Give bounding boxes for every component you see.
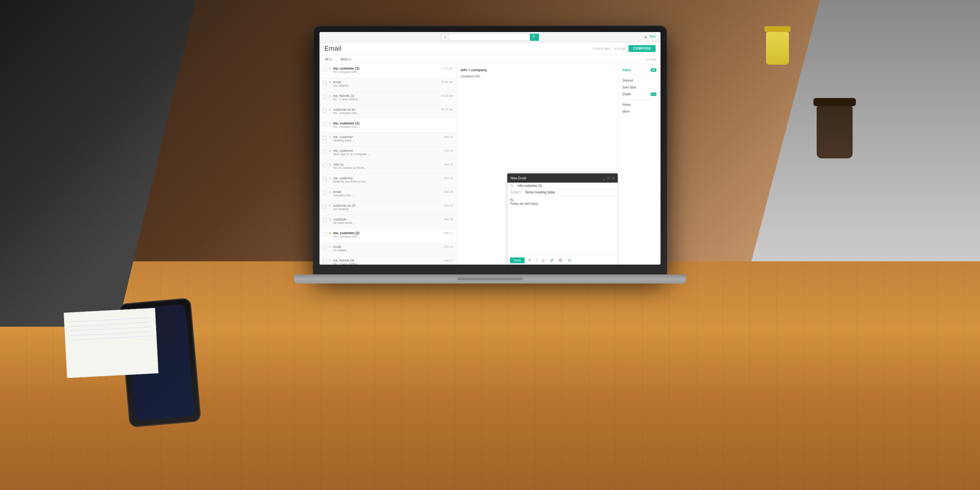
email-star[interactable]: ★ bbox=[329, 149, 332, 153]
email-item[interactable]: ★ customer we want some ... Sep 15 bbox=[320, 215, 457, 229]
email-checkbox[interactable] bbox=[323, 163, 327, 167]
compose-body-line2: Today we will have) bbox=[510, 202, 615, 205]
compose-to-label: To : bbox=[510, 184, 515, 188]
filter-all[interactable]: All ∨ bbox=[323, 57, 334, 62]
compose-close-btn[interactable]: × bbox=[612, 176, 614, 180]
email-checkbox[interactable] bbox=[323, 95, 327, 99]
email-checkbox[interactable] bbox=[323, 150, 327, 154]
email-checkbox[interactable] bbox=[323, 191, 327, 195]
email-star[interactable]: ★ bbox=[329, 231, 332, 235]
compose-bold-btn[interactable]: B bbox=[527, 258, 532, 262]
email-checkbox[interactable] bbox=[323, 177, 327, 181]
email-star[interactable]: ★ bbox=[329, 163, 332, 166]
email-star[interactable]: ★ bbox=[329, 259, 332, 262]
email-date: Sep 22 bbox=[444, 163, 453, 166]
sidebar-divider bbox=[618, 99, 660, 100]
coffee-body bbox=[817, 106, 853, 158]
top-bar-menu: ≡ Mail bbox=[644, 35, 655, 40]
sidebar-item-sent-mail[interactable]: Sent Mail bbox=[618, 84, 660, 91]
email-checkbox[interactable] bbox=[323, 136, 327, 140]
sidebar-item-inbox[interactable]: Inbox 69 bbox=[618, 67, 660, 73]
email-subject-preview: company info ... bbox=[333, 194, 442, 197]
email-star[interactable]: ★ bbox=[329, 218, 332, 221]
sidebar-item-starred[interactable]: Starred bbox=[618, 77, 660, 84]
email-checkbox[interactable] bbox=[323, 67, 327, 71]
email-item[interactable]: ★ me, customer (1) Re : company info ... bbox=[320, 119, 457, 133]
email-date: 10:20 am bbox=[441, 94, 453, 97]
sidebar-item-notes[interactable]: Notes bbox=[618, 101, 660, 108]
email-item[interactable]: ★ me, customer What do you think so far?… bbox=[320, 174, 457, 188]
email-star[interactable]: ★ bbox=[329, 135, 332, 139]
email-title: Email bbox=[325, 45, 342, 52]
email-star[interactable]: ★ bbox=[329, 177, 332, 180]
email-subject-preview: Re : company info ... bbox=[333, 125, 452, 128]
email-checkbox[interactable] bbox=[323, 81, 327, 85]
email-date: 5:12 pm bbox=[442, 67, 453, 70]
email-checkbox[interactable] bbox=[323, 122, 327, 126]
sidebar-item-more[interactable]: More bbox=[618, 108, 660, 115]
search-bar-wrapper: ∨ 🔍 bbox=[441, 33, 539, 41]
email-star[interactable]: ★ bbox=[329, 245, 332, 248]
email-checkbox[interactable] bbox=[323, 259, 327, 263]
email-star[interactable]: ★ bbox=[329, 121, 332, 125]
email-item[interactable]: ★ me, customer New Sign-in on Computer .… bbox=[320, 146, 457, 160]
email-content: me, customer (2) Re : company info ... bbox=[333, 231, 442, 238]
email-count: 1-100 of 346 < bbox=[593, 47, 611, 50]
email-item[interactable]: ★ customer.no.10 (no subject) Sep 18 bbox=[320, 201, 457, 215]
compose-link-btn[interactable]: 🔗 bbox=[549, 258, 555, 262]
compose-subject-value[interactable]: Some meeting today bbox=[525, 191, 555, 194]
email-star[interactable]: ★ bbox=[329, 67, 332, 70]
email-subject-preview: Meeting today ... bbox=[333, 139, 442, 142]
email-date: Sep 18 bbox=[444, 204, 453, 207]
email-item[interactable]: ★ me, customer (1) Re : company info _ 5… bbox=[320, 64, 457, 78]
email-star[interactable]: ★ bbox=[329, 94, 332, 98]
email-list-container: ★ me, customer (1) Re : company info _ 5… bbox=[320, 64, 457, 265]
email-item[interactable]: ★ email no subject ... Sep 11 bbox=[320, 242, 457, 256]
compose-expand-btn[interactable]: □ bbox=[608, 176, 610, 180]
compose-body[interactable]: Hi, Today we will have) bbox=[508, 196, 618, 255]
email-content: me, customer What do you think so far?..… bbox=[333, 177, 442, 183]
email-date: Sep 18 bbox=[444, 190, 453, 193]
email-from: me, customer (1) bbox=[333, 121, 452, 125]
sidebar-items-container: Inbox 69 Starred Sent Mail Drafts 10 Not… bbox=[618, 67, 660, 115]
email-from: me, customer bbox=[333, 149, 442, 153]
email-item[interactable]: ★ customer.so.let Re : company info ... … bbox=[320, 105, 457, 119]
email-item[interactable]: ★ me, friends (4) Re : 2 new notifica...… bbox=[320, 256, 457, 265]
email-star[interactable]: ★ bbox=[329, 190, 332, 194]
email-item[interactable]: ★ me, customer Meeting today ... Sep 22 bbox=[320, 133, 457, 146]
compose-italic-btn[interactable]: I bbox=[535, 258, 538, 262]
email-item[interactable]: ★ Join us On 23 October at 09:00... Sep … bbox=[320, 160, 457, 174]
email-checkbox[interactable] bbox=[323, 108, 327, 112]
email-subject-preview: What do you think so far?... bbox=[333, 180, 442, 183]
email-item[interactable]: ★ me, customer (2) Re : company info ...… bbox=[320, 229, 457, 242]
search-button[interactable]: 🔍 bbox=[530, 33, 539, 41]
hamburger-icon[interactable]: ≡ bbox=[644, 35, 647, 40]
email-date: 10:41 am bbox=[441, 80, 453, 84]
sidebar-item-drafts[interactable]: Drafts 10 bbox=[618, 91, 660, 98]
email-checkbox[interactable] bbox=[323, 205, 327, 208]
email-star[interactable]: ★ bbox=[329, 80, 332, 84]
compose-button[interactable]: COMPOSE bbox=[628, 45, 655, 52]
compose-minimize-btn[interactable]: _ bbox=[603, 176, 605, 180]
compose-send-button[interactable]: Send bbox=[510, 258, 525, 263]
email-subject-preview: Re : company info ... bbox=[333, 111, 439, 115]
compose-header[interactable]: New Email _ □ × bbox=[508, 173, 618, 183]
email-star[interactable]: ★ bbox=[329, 204, 332, 207]
email-checkbox[interactable] bbox=[323, 232, 327, 236]
filter-more[interactable]: More ∨ bbox=[339, 57, 353, 62]
compose-attach-btn[interactable]: 📎 bbox=[566, 258, 573, 262]
email-item[interactable]: ★ me, friends (1) Re : 2 new notifica...… bbox=[320, 91, 457, 105]
email-star[interactable]: ★ bbox=[329, 108, 332, 111]
search-input[interactable] bbox=[449, 33, 530, 41]
email-checkbox[interactable] bbox=[323, 218, 327, 222]
compose-image-btn[interactable]: 🖼 bbox=[558, 258, 563, 262]
email-from: Join us bbox=[333, 163, 442, 166]
compose-to-value[interactable]: info.customer (1) bbox=[518, 184, 542, 188]
email-item[interactable]: ★ email (no subject) 10:41 am bbox=[320, 78, 457, 91]
compose-underline-btn[interactable]: U bbox=[541, 258, 546, 262]
search-dropdown[interactable]: ∨ bbox=[441, 34, 449, 40]
email-checkbox[interactable] bbox=[323, 246, 327, 250]
sidebar-badge: 10 bbox=[651, 92, 657, 96]
notebook-line bbox=[70, 327, 151, 332]
email-item[interactable]: ★ email company info ... Sep 18 bbox=[320, 188, 457, 201]
